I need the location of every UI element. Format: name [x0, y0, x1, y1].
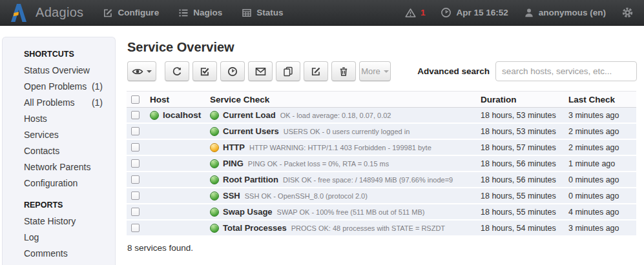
more-button-label: More — [361, 66, 380, 76]
sidebar-item-label: Log — [24, 232, 39, 242]
acknowledge-check-button[interactable] — [192, 61, 217, 81]
service-status-text: SWAP OK - 100% free (511 MB out of 511 M… — [277, 208, 425, 216]
sidebar-item[interactable]: Configuration — [3, 175, 115, 191]
select-all-checkbox[interactable] — [131, 95, 140, 104]
sidebar-item[interactable]: Services — [3, 126, 115, 142]
row-checkbox[interactable] — [131, 143, 140, 152]
service-link[interactable]: Current Load — [223, 110, 276, 120]
row-checkbox[interactable] — [131, 111, 140, 119]
edit-pencil-icon — [311, 66, 321, 77]
sidebar-item-label: Network Parents — [24, 162, 90, 172]
service-link[interactable]: HTTP — [223, 142, 245, 152]
table-row: PING PING OK - Packet loss = 0%, RTA = 0… — [127, 156, 636, 172]
service-link[interactable]: PING — [223, 159, 244, 168]
search-zone: Advanced search — [417, 61, 637, 81]
row-checkbox[interactable] — [131, 191, 140, 200]
sidebar-item[interactable]: All Problems (1) — [3, 94, 115, 110]
last-check-cell: 1 minute ago — [568, 159, 636, 168]
schedule-clock-button[interactable] — [220, 61, 245, 81]
alerts-indicator[interactable]: 1 — [405, 8, 426, 18]
duration-column-header[interactable]: Duration — [481, 95, 568, 104]
host-column-header[interactable]: Host — [150, 95, 210, 104]
search-input[interactable] — [495, 61, 637, 81]
sidebar-item[interactable]: Hosts — [3, 110, 115, 126]
sidebar-item-label: Configuration — [24, 178, 78, 188]
services-found-note: 8 services found. — [127, 243, 193, 253]
table-row: localhost Current Load OK - load average… — [127, 108, 636, 124]
sidebar-item[interactable]: Comments — [3, 245, 115, 261]
refresh-button[interactable] — [165, 61, 189, 81]
service-link[interactable]: Total Processes — [223, 223, 287, 233]
eye-icon — [132, 67, 143, 76]
sidebar-item[interactable]: Network Parents — [3, 159, 115, 175]
clock-datetime[interactable]: Apr 15 16:52 — [441, 7, 508, 18]
page-title: Service Overview — [127, 40, 234, 55]
clock-icon — [227, 66, 238, 77]
sidebar-item[interactable]: Open Problems (1) — [3, 78, 115, 94]
services-table: Host Service Check Duration Last Check l… — [127, 91, 636, 237]
nav-nagios-label: Nagios — [193, 8, 222, 17]
duration-cell: 18 hours, 57 minutes — [481, 143, 568, 152]
service-link[interactable]: Root Partition — [223, 175, 278, 184]
trash-icon — [338, 66, 349, 77]
service-status-text: HTTP WARNING: HTTP/1.1 403 Forbidden - 1… — [249, 144, 431, 152]
service-status-text: PING OK - Packet loss = 0%, RTA = 0.15 m… — [248, 160, 389, 168]
user-icon — [524, 8, 534, 18]
edit-button[interactable] — [304, 61, 328, 81]
adagios-brand[interactable]: Adagios — [10, 3, 83, 23]
nav-status-label: Status — [256, 8, 283, 17]
service-link[interactable]: Current Users — [223, 126, 279, 136]
clock-icon — [441, 7, 452, 18]
table-row: Root Partition DISK OK - free space: / 1… — [127, 172, 636, 188]
user-menu[interactable]: anonymous (en) — [524, 8, 606, 18]
service-status-text: PROCS OK: 48 processes with STATE = RSZD… — [291, 224, 445, 232]
service-column-header[interactable]: Service Check — [210, 95, 481, 104]
nav-nagios[interactable]: Nagios — [178, 8, 222, 18]
adagios-logo-icon — [10, 3, 27, 23]
last-check-cell: 2 minutes ago — [568, 143, 636, 152]
service-link[interactable]: Swap Usage — [223, 207, 273, 217]
warning-triangle-icon — [405, 8, 416, 18]
more-button[interactable]: More — [359, 61, 391, 81]
sidebar-item-label: Open Problems — [24, 81, 87, 92]
duration-cell: 18 hours, 53 minutes — [481, 111, 568, 120]
sidebar-item[interactable]: Status Overview — [3, 62, 115, 78]
sidebar-item[interactable]: Log — [3, 229, 115, 245]
edit-square-icon — [103, 8, 113, 18]
host-link[interactable]: localhost — [163, 110, 201, 120]
last-check-column-header[interactable]: Last Check — [568, 95, 636, 104]
copy-button[interactable] — [276, 61, 300, 81]
refresh-icon — [172, 66, 182, 77]
brand-title: Adagios — [36, 5, 83, 20]
check-square-icon — [200, 66, 210, 77]
service-link[interactable]: SSH — [223, 191, 240, 201]
sidebar-item-label: Services — [24, 130, 59, 140]
table-header-row: Host Service Check Duration Last Check — [127, 91, 636, 108]
row-checkbox[interactable] — [131, 175, 140, 184]
host-status-icon — [150, 111, 159, 120]
sidebar-item[interactable]: Contacts — [3, 142, 115, 159]
service-status-text: DISK OK - free space: / 148949 MiB (97.6… — [283, 176, 453, 184]
last-check-cell: 4 minutes ago — [568, 208, 636, 217]
service-status-text: OK - load average: 0.18, 0.07, 0.02 — [280, 112, 391, 119]
service-status-icon — [210, 111, 219, 120]
row-checkbox[interactable] — [131, 127, 140, 135]
mail-button[interactable] — [248, 61, 273, 81]
gear-icon[interactable] — [621, 6, 634, 19]
sidebar-section-shortcuts: SHORTCUTS Status Overview Open Problems … — [3, 46, 115, 191]
nav-status[interactable]: Status — [242, 8, 283, 18]
sidebar-item[interactable]: Downtimes — [3, 261, 115, 265]
service-status-icon — [210, 159, 219, 168]
duration-cell: 18 hours, 53 minutes — [481, 127, 568, 136]
sidebar-item[interactable]: State History — [3, 213, 115, 229]
row-checkbox[interactable] — [131, 224, 140, 232]
row-checkbox[interactable] — [131, 208, 140, 216]
nav-configure[interactable]: Configure — [103, 8, 159, 18]
trash-button[interactable] — [331, 61, 356, 81]
eye-dropdown-button[interactable] — [127, 61, 156, 81]
row-checkbox[interactable] — [131, 159, 140, 168]
user-label: anonymous (en) — [539, 8, 606, 17]
table-icon — [242, 8, 252, 18]
sidebar-item-label: Hosts — [24, 113, 47, 124]
table-row: Total Processes PROCS OK: 48 processes w… — [127, 221, 636, 237]
